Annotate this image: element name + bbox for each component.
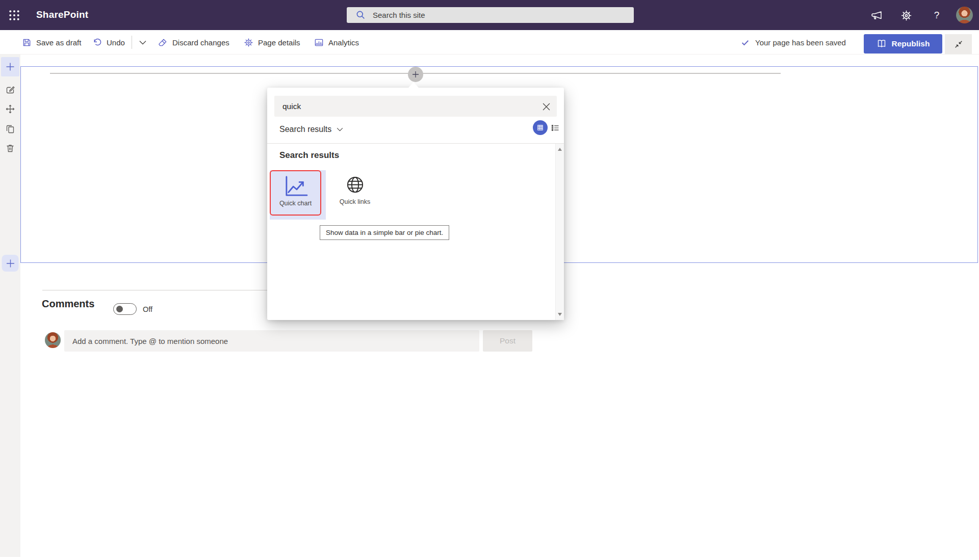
republish-button[interactable]: Republish xyxy=(864,34,942,54)
undo-icon xyxy=(92,38,102,47)
site-search-box[interactable] xyxy=(347,7,634,23)
analytics-label: Analytics xyxy=(328,38,359,47)
collapse-toolbar-icon[interactable] xyxy=(945,34,972,54)
app-launcher-waffle-icon[interactable] xyxy=(6,7,22,23)
save-as-draft-button[interactable]: Save as draft xyxy=(22,34,81,50)
edit-rail xyxy=(0,55,20,557)
add-section-button-bottom[interactable] xyxy=(2,255,19,272)
quick-chart-tile-highlight: Quick chart xyxy=(270,170,326,220)
discard-changes-button[interactable]: Discard changes xyxy=(158,34,229,50)
quick-links-tile[interactable]: Quick links xyxy=(334,170,376,220)
book-icon xyxy=(877,39,887,49)
page-details-button[interactable]: Page details xyxy=(244,34,300,50)
globe-icon xyxy=(346,176,364,194)
duplicate-section-icon[interactable] xyxy=(1,120,19,138)
comments-toggle-state: Off xyxy=(143,305,152,313)
app-title: SharePoint xyxy=(36,9,88,20)
quick-chart-label: Quick chart xyxy=(279,200,312,207)
save-as-draft-label: Save as draft xyxy=(36,38,81,47)
site-search-input[interactable] xyxy=(373,7,634,23)
quick-links-label: Quick links xyxy=(340,198,370,205)
popup-divider xyxy=(267,143,564,144)
delete-section-trash-icon[interactable] xyxy=(1,140,19,157)
add-section-button-top[interactable] xyxy=(1,57,19,76)
edit-section-icon[interactable] xyxy=(1,81,19,98)
toggle-knob xyxy=(116,306,123,312)
undo-label: Undo xyxy=(107,38,125,47)
comments-heading: Comments xyxy=(42,298,94,310)
undo-button[interactable]: Undo xyxy=(92,34,125,50)
post-comment-button[interactable]: Post xyxy=(483,330,532,352)
republish-label: Republish xyxy=(892,39,930,48)
settings-gear-icon[interactable] xyxy=(899,9,913,22)
move-section-icon[interactable] xyxy=(1,100,19,118)
grid-view-toggle[interactable] xyxy=(533,120,548,135)
quick-chart-tile[interactable]: Quick chart xyxy=(270,170,321,216)
results-filter-label: Search results xyxy=(279,125,331,134)
scroll-down-arrow-icon[interactable] xyxy=(558,313,562,316)
user-avatar[interactable] xyxy=(956,7,973,23)
quick-chart-tooltip: Show data in a simple bar or pie chart. xyxy=(320,225,449,240)
comment-user-avatar xyxy=(45,332,61,348)
comments-toggle[interactable] xyxy=(113,303,137,315)
chevron-down-icon xyxy=(337,127,343,131)
checkmark-icon xyxy=(741,38,750,47)
add-webpart-plus-button[interactable] xyxy=(408,67,423,82)
eraser-icon xyxy=(158,38,168,47)
save-status: Your page has been saved xyxy=(741,34,846,50)
save-status-label: Your page has been saved xyxy=(755,38,846,47)
bar-chart-icon xyxy=(314,38,324,47)
save-icon xyxy=(22,38,32,47)
gear-icon xyxy=(244,38,253,47)
command-bar: Save as draft Undo Discard changes xyxy=(0,30,979,55)
page-details-label: Page details xyxy=(258,38,300,47)
popup-scrollbar[interactable] xyxy=(555,144,564,320)
line-chart-icon xyxy=(282,176,309,197)
toolbar-divider xyxy=(132,36,132,49)
webpart-picker-popup: Search results Search results xyxy=(267,88,564,320)
comment-input[interactable] xyxy=(64,330,479,352)
suite-bar: SharePoint ? xyxy=(0,0,979,30)
search-icon xyxy=(356,10,366,20)
help-icon[interactable]: ? xyxy=(930,9,943,22)
undo-menu-chevron-down-icon[interactable] xyxy=(136,34,150,50)
results-filter-dropdown[interactable]: Search results xyxy=(279,123,343,136)
scroll-up-arrow-icon[interactable] xyxy=(558,148,562,151)
clear-search-x-icon[interactable] xyxy=(540,101,552,112)
webpart-search-input[interactable] xyxy=(274,96,557,117)
analytics-button[interactable]: Analytics xyxy=(314,34,359,50)
results-heading: Search results xyxy=(279,150,339,161)
megaphone-icon[interactable] xyxy=(870,9,883,22)
discard-changes-label: Discard changes xyxy=(172,38,229,47)
grid-icon xyxy=(536,124,544,131)
list-view-toggle[interactable] xyxy=(551,123,560,132)
